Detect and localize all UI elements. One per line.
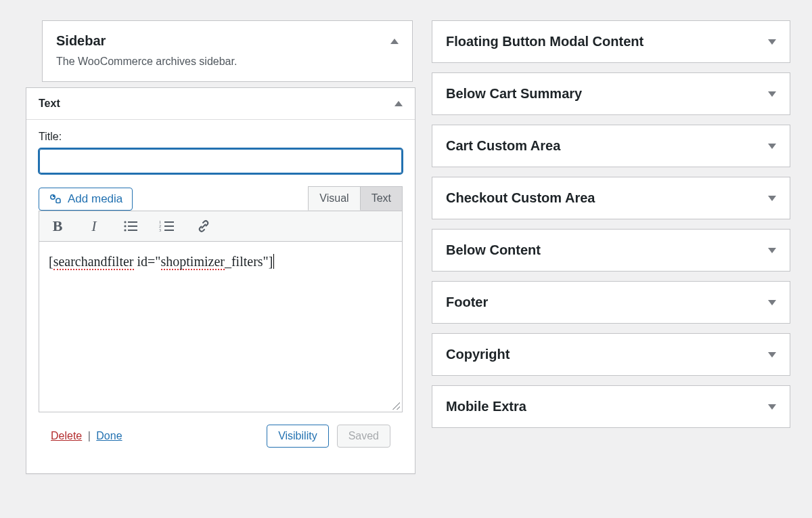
area-copyright: Copyright	[432, 333, 790, 376]
sidebar-widget-area: Sidebar The WooCommerce archives sidebar…	[42, 20, 413, 82]
svg-point-3	[124, 225, 126, 227]
sidebar-title: Sidebar	[56, 33, 106, 49]
collapse-icon	[394, 101, 403, 106]
svg-rect-10	[164, 225, 174, 227]
bold-button[interactable]: B	[49, 218, 66, 234]
title-input[interactable]	[39, 148, 403, 174]
svg-rect-4	[128, 225, 137, 227]
area-title: Checkout Custom Area	[446, 190, 595, 206]
svg-rect-2	[128, 221, 137, 223]
widget-name: Text	[39, 98, 60, 110]
saved-button: Saved	[337, 425, 390, 448]
area-below-cart-summary: Below Cart Summary	[432, 72, 790, 115]
area-header[interactable]: Footer	[432, 282, 790, 323]
text-cursor	[273, 254, 274, 269]
italic-button[interactable]: I	[85, 218, 103, 234]
unordered-list-button[interactable]	[122, 218, 139, 234]
bold-icon: B	[53, 217, 63, 235]
area-title: Copyright	[446, 347, 510, 362]
collapse-icon	[390, 39, 399, 44]
separator: |	[88, 430, 91, 441]
area-header[interactable]: Floating Button Modal Content	[432, 21, 790, 62]
expand-icon	[768, 196, 776, 201]
expand-icon	[768, 39, 776, 45]
expand-icon	[768, 144, 776, 149]
delete-link[interactable]: Delete	[51, 430, 82, 441]
media-icon	[49, 192, 62, 206]
area-title: Mobile Extra	[446, 399, 526, 414]
add-media-label: Add media	[68, 192, 122, 206]
list-ul-icon	[123, 220, 138, 232]
area-header[interactable]: Below Content	[432, 230, 790, 271]
editor-text: [searchandfilter id="shoptimizer_filters…	[49, 254, 274, 269]
expand-icon	[768, 352, 776, 358]
svg-rect-12	[164, 230, 174, 231]
text-widget-card: Text Title: Add medi	[26, 87, 415, 474]
link-button[interactable]	[195, 218, 212, 234]
area-title: Below Content	[446, 242, 541, 258]
svg-point-1	[124, 221, 126, 223]
area-floating-button-modal: Floating Button Modal Content	[432, 20, 790, 63]
expand-icon	[768, 404, 776, 410]
area-footer: Footer	[432, 281, 790, 324]
title-label: Title:	[39, 131, 403, 143]
area-title: Below Cart Summary	[446, 86, 582, 102]
area-cart-custom: Cart Custom Area	[432, 125, 790, 167]
svg-point-5	[124, 229, 126, 231]
widget-header[interactable]: Text	[26, 88, 415, 120]
tab-visual[interactable]: Visual	[308, 186, 360, 211]
sidebar-header[interactable]: Sidebar	[43, 21, 412, 51]
done-link[interactable]: Done	[96, 430, 122, 441]
area-header[interactable]: Copyright	[432, 334, 790, 375]
area-mobile-extra: Mobile Extra	[432, 385, 790, 428]
area-header[interactable]: Checkout Custom Area	[432, 177, 790, 219]
area-title: Footer	[446, 295, 488, 310]
editor-tabs: Visual Text	[308, 186, 403, 211]
resize-handle[interactable]	[390, 400, 400, 410]
sidebar-description: The WooCommerce archives sidebar.	[43, 51, 412, 81]
link-icon	[196, 219, 211, 234]
italic-icon: I	[91, 217, 96, 235]
area-below-content: Below Content	[432, 229, 790, 272]
tab-text[interactable]: Text	[361, 186, 403, 211]
svg-rect-6	[128, 230, 137, 231]
area-title: Floating Button Modal Content	[446, 34, 644, 49]
visibility-button[interactable]: Visibility	[267, 425, 329, 448]
editor-toolbar: B I 1 2	[39, 211, 403, 242]
editor-content-area[interactable]: [searchandfilter id="shoptimizer_filters…	[39, 242, 403, 412]
list-ol-icon: 1 2 3	[159, 220, 175, 232]
widget-footer-left: Delete | Done	[51, 430, 122, 442]
widget-areas-list: Floating Button Modal Content Below Cart…	[432, 20, 790, 474]
area-header[interactable]: Cart Custom Area	[432, 125, 790, 167]
area-header[interactable]: Below Cart Summary	[432, 73, 790, 114]
ordered-list-button[interactable]: 1 2 3	[158, 218, 176, 234]
expand-icon	[768, 248, 776, 253]
expand-icon	[768, 91, 776, 97]
svg-rect-8	[164, 221, 174, 223]
svg-text:3: 3	[159, 228, 161, 232]
area-header[interactable]: Mobile Extra	[432, 386, 790, 427]
add-media-button[interactable]: Add media	[39, 188, 133, 211]
expand-icon	[768, 300, 776, 305]
area-checkout-custom: Checkout Custom Area	[432, 177, 790, 219]
area-title: Cart Custom Area	[446, 138, 560, 154]
